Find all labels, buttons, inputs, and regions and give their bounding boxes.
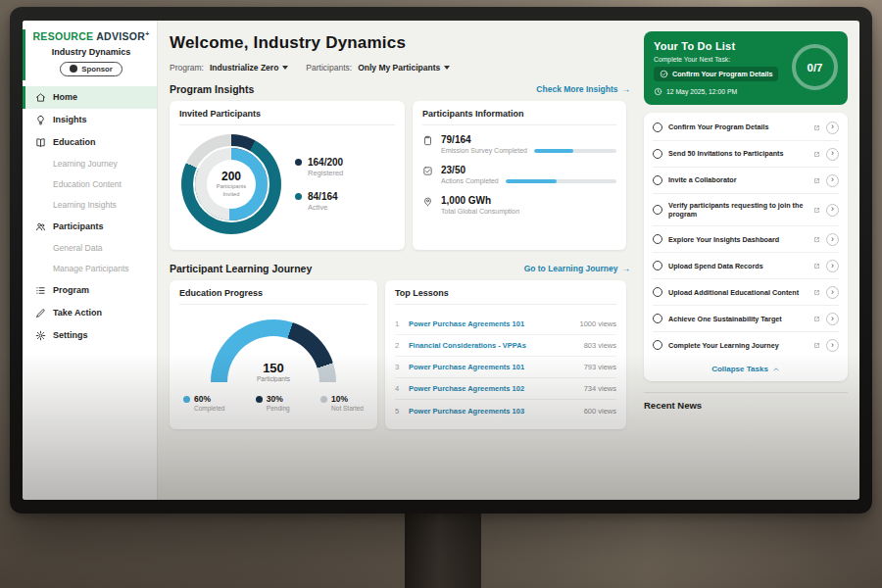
task-checkbox[interactable] (653, 122, 662, 132)
chevron-down-icon (444, 66, 450, 70)
book-icon (34, 137, 46, 148)
card-title: Top Lessons (395, 288, 616, 305)
task-checkbox[interactable] (653, 314, 662, 323)
logo-advisor: ADVISOR+ (96, 30, 149, 42)
program-insights-header: Program Insights Check More Insights → (170, 83, 630, 95)
task-checkbox[interactable] (653, 287, 662, 297)
sidebar-item-home[interactable]: Home (23, 86, 157, 109)
chevron-right-icon[interactable]: › (826, 286, 839, 299)
task-row[interactable]: Confirm Your Program Details › (653, 115, 839, 141)
app-window: RESOURCE ADVISOR+ Industry Dynamics Spon… (23, 21, 859, 500)
chevron-right-icon[interactable]: › (826, 122, 839, 134)
logo-resource: RESOURCE (32, 30, 93, 42)
pencil-icon (34, 308, 46, 318)
insights-cards: Invited Participants 200 Participants In… (170, 101, 632, 250)
external-link-icon (813, 289, 820, 296)
lesson-link[interactable]: Power Purchase Agreements 103 (409, 407, 576, 416)
top-lessons-card: Top Lessons 1 Power Purchase Agreements … (385, 280, 626, 429)
external-link-icon (813, 177, 820, 184)
legend-item: 10% Not Started (320, 394, 364, 412)
chevron-right-icon[interactable]: › (826, 339, 839, 352)
task-checkbox[interactable] (653, 234, 662, 244)
sidebar-item-manage-participants[interactable]: Manage Participants (23, 259, 157, 279)
info-row-survey: 79/164 Emission Survey Completed (422, 134, 616, 154)
arrow-right-icon: → (622, 264, 631, 273)
lesson-row[interactable]: 1 Power Purchase Agreements 101 1000 vie… (395, 314, 616, 335)
task-checkbox[interactable] (653, 205, 662, 215)
task-row[interactable]: Explore Your Insights Dashboard › (653, 226, 839, 253)
task-row[interactable]: Invite a Collaborator › (653, 168, 839, 194)
chevron-right-icon[interactable]: › (826, 233, 839, 246)
external-link-icon (813, 236, 820, 243)
sidebar-item-learning-journey[interactable]: Learning Journey (23, 154, 157, 174)
sponsor-badge[interactable]: Sponsor (60, 62, 122, 76)
actions-progress-bar (506, 179, 616, 183)
sidebar-item-participants[interactable]: Participants (23, 216, 157, 238)
lesson-row[interactable]: 4 Power Purchase Agreements 102 734 view… (395, 378, 616, 400)
donut-value: 200 (221, 170, 241, 183)
lesson-row[interactable]: 2 Financial Considerations - VPPAs 803 v… (395, 335, 616, 357)
chevron-right-icon[interactable]: › (826, 313, 839, 325)
sidebar-nav: Home Insights Education Learning Journey… (23, 86, 157, 347)
sidebar-item-education-content[interactable]: Education Content (23, 174, 157, 195)
learning-cards: Education Progress 150 Participants (170, 280, 632, 429)
section-title: Participant Learning Journey (170, 263, 312, 274)
task-row[interactable]: Upload Spend Data Records › (653, 253, 839, 279)
task-checkbox[interactable] (653, 261, 662, 270)
main-content: Welcome, Industry Dynamics Program: Indu… (158, 21, 640, 500)
participants-information-card: Participants Information 79/164 Emission… (413, 101, 626, 250)
task-checkbox[interactable] (653, 340, 662, 350)
card-title: Education Progress (179, 288, 368, 305)
participants-select[interactable]: Only My Participants (358, 63, 450, 73)
list-icon (34, 285, 46, 296)
chevron-right-icon[interactable]: › (826, 148, 839, 161)
task-row[interactable]: Complete Your Learning Journey › (653, 332, 839, 358)
lesson-link[interactable]: Financial Considerations - VPPAs (409, 341, 576, 350)
bulb-icon (34, 115, 46, 125)
task-row[interactable]: Send 50 Invitations to Participants › (653, 141, 839, 168)
task-row[interactable]: Upload Additional Educational Content › (653, 279, 839, 306)
external-link-icon (813, 151, 820, 158)
donut-label: Participants Invited (211, 183, 252, 198)
chevron-right-icon[interactable]: › (826, 260, 839, 272)
card-title: Participants Information (422, 109, 616, 125)
task-checkbox[interactable] (653, 149, 662, 159)
sidebar-item-education[interactable]: Education (23, 131, 157, 154)
task-checkbox[interactable] (653, 175, 662, 185)
sidebar-item-general-data[interactable]: General Data (23, 238, 157, 259)
lesson-link[interactable]: Power Purchase Agreements 101 (409, 319, 571, 328)
lesson-row[interactable]: 3 Power Purchase Agreements 101 793 view… (395, 357, 616, 378)
sidebar-item-program[interactable]: Program (23, 279, 157, 302)
chevron-down-icon (282, 66, 288, 70)
program-select[interactable]: Industrialize Zero (210, 63, 288, 73)
participants-filter-label: Participants: (306, 63, 352, 73)
recent-news-title: Recent News (644, 392, 848, 411)
sidebar-item-settings[interactable]: Settings (23, 324, 157, 347)
external-link-icon (813, 207, 820, 214)
collapse-tasks-link[interactable]: Collapse Tasks (653, 358, 839, 378)
sidebar-item-insights[interactable]: Insights (23, 109, 157, 131)
todo-task-list: Confirm Your Program Details › Send 50 I… (644, 113, 848, 381)
next-task-pill[interactable]: Confirm Your Program Details (654, 67, 778, 81)
external-link-icon (813, 263, 820, 270)
legend-dot-registered (295, 159, 302, 166)
chevron-right-icon[interactable]: › (826, 174, 839, 187)
task-row[interactable]: Achieve One Sustainability Target › (653, 306, 839, 332)
lesson-link[interactable]: Power Purchase Agreements 102 (409, 384, 576, 393)
people-icon (34, 221, 46, 232)
go-to-learning-journey-link[interactable]: Go to Learning Journey → (524, 264, 630, 273)
sidebar-item-take-action[interactable]: Take Action (23, 302, 157, 324)
lesson-row[interactable]: 5 Power Purchase Agreements 103 600 view… (395, 400, 616, 421)
check-more-insights-link[interactable]: Check More Insights → (536, 84, 630, 94)
task-row[interactable]: Verify participants requesting to join t… (653, 194, 839, 226)
invited-participants-donut: 200 Participants Invited (181, 134, 281, 234)
lesson-link[interactable]: Power Purchase Agreements 101 (409, 363, 576, 371)
gauge-center: 150 Participants (211, 361, 336, 382)
arrow-right-icon: → (622, 84, 631, 94)
program-filter-label: Program: (170, 63, 204, 73)
todo-summary-card: Your To Do List Complete Your Next Task:… (644, 31, 848, 105)
legend-dot-not-started (320, 396, 327, 403)
education-progress-card: Education Progress 150 Participants (170, 280, 377, 429)
chevron-right-icon[interactable]: › (826, 204, 839, 217)
sidebar-item-learning-insights[interactable]: Learning Insights (23, 195, 157, 216)
